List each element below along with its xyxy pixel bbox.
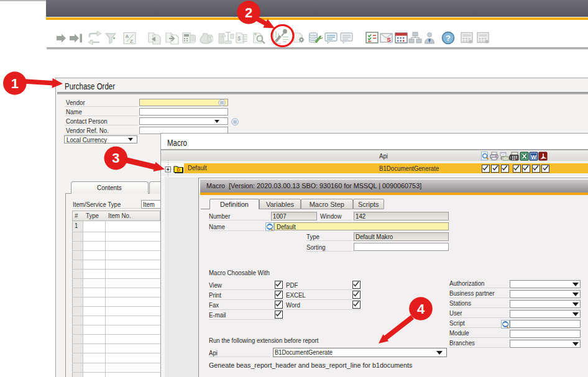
svg-text:D: D: [177, 167, 181, 173]
svg-text:A: A: [126, 34, 129, 39]
svg-text:W: W: [531, 154, 536, 160]
svg-text:?: ?: [446, 34, 451, 43]
svg-text:$: $: [237, 35, 241, 42]
svg-text:Z: Z: [130, 39, 133, 44]
svg-text:S: S: [387, 36, 391, 43]
svg-text:1: 1: [11, 76, 19, 91]
